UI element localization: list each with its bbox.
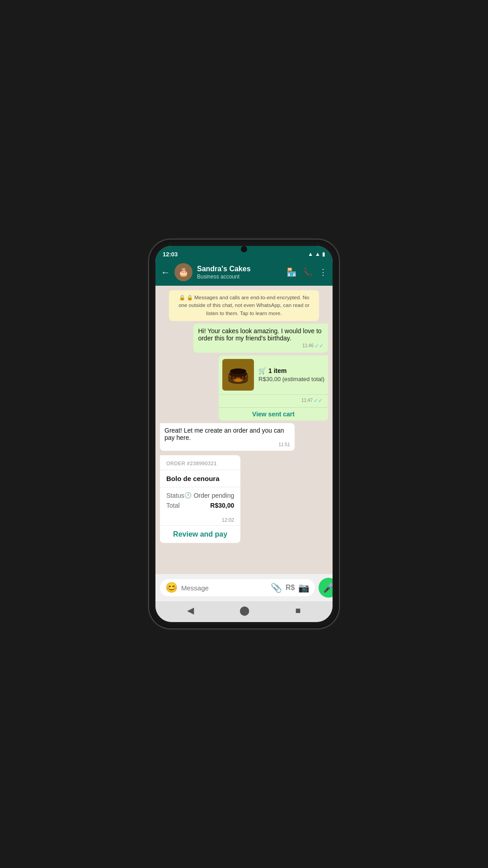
contact-name: Sandra's Cakes [197,264,282,273]
total-value: R$30,00 [210,502,234,509]
header-info: Sandra's Cakes Business account [197,264,282,279]
order-details: Status 🕐 Order pending Total R$30,00 [160,487,240,516]
cart-item-count: 1 item [268,367,286,374]
order-status-row: Status 🕐 Order pending [166,492,234,499]
review-and-pay-button[interactable]: Review and pay [160,525,240,543]
status-label: Status [166,492,184,499]
received-message-1-time: 11:51 [164,442,290,447]
emoji-button[interactable]: 😊 [165,582,178,594]
status-icons: ▲ ▲ ▮ [308,251,325,257]
cart-content: 🛒 1 item R$30,00 (estimated total) [219,355,328,395]
received-message-1-text: Great! Let me create an order and you ca… [164,427,284,441]
cart-footer: 11:47 ✓✓ [219,395,328,407]
shop-icon[interactable]: 🏪 [286,267,296,277]
order-total-row: Total R$30,00 [166,502,234,509]
cart-time: 11:47 ✓✓ [301,397,324,405]
cart-cart-icon: 🛒 [258,367,266,374]
back-button[interactable]: ← [161,267,170,278]
encryption-notice[interactable]: 🔒 🔒 Messages and calls are end-to-end en… [169,290,319,321]
phone-frame: 12:03 ▲ ▲ ▮ ← 🎂 Sandra's Cakes Business … [149,240,339,628]
battery-icon: ▮ [322,251,325,257]
message-input-wrap: 😊 📎 R$ 📷 [160,579,315,596]
mic-button[interactable]: 🎤 [319,578,333,598]
header-actions: 🏪 📞 ⋮ [286,267,327,277]
sent-message-1-time: 11:46 ✓✓ [198,343,324,349]
call-add-icon[interactable]: 📞 [303,267,313,277]
message-input[interactable] [181,584,267,592]
double-tick-cart: ✓✓ [314,397,323,404]
total-label: Total [166,502,180,509]
nav-recent-icon[interactable]: ■ [295,605,300,616]
sent-message-1: Hi! Your cakes look amazing. I would lov… [193,324,328,353]
camera-icon[interactable]: 📷 [298,582,310,593]
cart-product-image [222,359,254,391]
chat-area: 🔒 🔒 Messages and calls are end-to-end en… [155,286,333,574]
cart-info: 🛒 1 item R$30,00 (estimated total) [258,367,324,382]
encryption-text: 🔒 Messages and calls are end-to-end encr… [178,295,310,316]
clock-icon: 🕐 [184,492,192,499]
contact-subtitle: Business account [197,274,282,280]
sent-message-1-text: Hi! Your cakes look amazing. I would lov… [198,327,321,342]
order-card: ORDER #238990321 Bolo de cenoura Status … [160,455,240,543]
order-product-name: Bolo de cenoura [160,470,240,487]
camera-notch [241,246,247,252]
nav-bar: ◀ ⬤ ■ [155,601,333,622]
cart-title: 🛒 1 item [258,367,324,374]
received-message-1: Great! Let me create an order and you ca… [160,423,295,451]
lock-icon: 🔒 [179,295,185,300]
svg-point-5 [230,368,246,374]
view-cart-button[interactable]: View sent cart [219,407,328,420]
payment-icon[interactable]: R$ [286,584,295,592]
cart-price: R$30,00 (estimated total) [258,376,324,382]
nav-home-icon[interactable]: ⬤ [239,605,249,616]
phone-screen: 12:03 ▲ ▲ ▮ ← 🎂 Sandra's Cakes Business … [155,246,333,622]
order-time: 12:02 [160,516,240,525]
signal-icon: ▲ [315,251,320,257]
input-area: 😊 📎 R$ 📷 🎤 [155,574,333,601]
avatar: 🎂 [174,263,192,281]
cart-message: 🛒 1 item R$30,00 (estimated total) 11:47… [219,355,328,420]
wifi-icon: ▲ [308,251,313,257]
order-status-value: 🕐 Order pending [184,492,235,499]
double-tick-1: ✓✓ [314,343,324,349]
attach-icon[interactable]: 📎 [271,582,282,593]
status-time: 12:03 [163,251,178,258]
nav-back-icon[interactable]: ◀ [187,605,194,616]
order-status-text: Order pending [194,492,235,499]
order-header-row: ORDER #238990321 [160,455,240,470]
mic-icon: 🎤 [323,582,333,593]
svg-point-4 [234,378,243,382]
order-number: ORDER #238990321 [166,461,234,466]
more-options-icon[interactable]: ⋮ [319,267,327,277]
chat-header: ← 🎂 Sandra's Cakes Business account 🏪 📞 … [155,260,333,286]
